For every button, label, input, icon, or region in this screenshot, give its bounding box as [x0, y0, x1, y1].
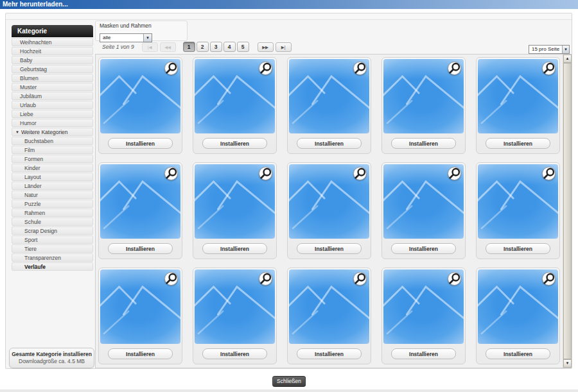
preview-zoom-button[interactable]: [353, 62, 367, 75]
install-button[interactable]: Installieren: [391, 138, 456, 149]
preview-zoom-button[interactable]: [448, 62, 461, 75]
sidebar-item[interactable]: ▼ Tiere: [12, 244, 93, 253]
install-button[interactable]: Installieren: [486, 243, 550, 254]
magnifier-icon: [165, 167, 177, 180]
install-button[interactable]: Installieren: [108, 243, 173, 254]
scrollbar-thumb[interactable]: [563, 63, 572, 359]
window-title: Mehr herunterladen...: [3, 1, 68, 8]
sidebar-item[interactable]: ▼ Schule: [12, 217, 93, 226]
install-button[interactable]: Installieren: [391, 348, 456, 359]
next-page-button[interactable]: ▶▶: [258, 42, 274, 52]
magnifier-icon: [165, 62, 177, 74]
filter-box: Masken und Rahmen alle ▼: [95, 21, 188, 41]
last-page-button[interactable]: ▶|: [276, 42, 292, 52]
sidebar-item-label: Kinder: [24, 165, 40, 171]
sidebar-item[interactable]: ▼ Kinder: [12, 164, 93, 172]
magnifier-icon: [354, 62, 366, 74]
install-button[interactable]: Installieren: [391, 243, 456, 254]
sidebar-item[interactable]: ▼ Verläufe: [12, 262, 93, 271]
preview-zoom-button[interactable]: [164, 272, 178, 285]
vertical-scrollbar[interactable]: ▲ ▼: [563, 55, 571, 368]
sidebar-item[interactable]: ▼ Formen: [12, 155, 93, 163]
install-button[interactable]: Installieren: [297, 138, 362, 149]
sidebar-item[interactable]: ▼ Natur: [12, 191, 93, 199]
preview-zoom-button[interactable]: [542, 62, 556, 75]
scroll-up-button[interactable]: ▲: [563, 55, 572, 63]
thumbnail-image: [478, 269, 558, 344]
chevron-down-icon[interactable]: ▼: [562, 46, 569, 53]
sidebar-item[interactable]: ▼ Hochzeit: [12, 47, 93, 55]
thumbnail-image: [383, 269, 464, 344]
scroll-down-button[interactable]: ▼: [563, 359, 572, 368]
thumbnail-image: [100, 59, 180, 133]
install-button[interactable]: Installieren: [202, 243, 267, 254]
install-category-button[interactable]: Gesamte Kategorie installieren Downloadg…: [9, 348, 94, 368]
install-button[interactable]: Installieren: [202, 348, 267, 359]
sidebar-item[interactable]: ▼ Scrap Design: [12, 226, 93, 235]
sidebar-item[interactable]: ▼ Liebe: [12, 110, 93, 118]
page-number-button[interactable]: 3: [210, 42, 222, 52]
sidebar-item[interactable]: ▼ Humor: [12, 119, 93, 127]
preview-zoom-button[interactable]: [164, 62, 178, 75]
sidebar-item[interactable]: ▼ Jubiläum: [12, 92, 93, 100]
page-number-button[interactable]: 2: [197, 42, 209, 52]
sidebar-item[interactable]: ▼ Film: [12, 146, 93, 154]
sidebar-item[interactable]: ▼ Geburtstag: [12, 65, 93, 73]
preview-zoom-button[interactable]: [353, 272, 367, 285]
sidebar-item-label: Humor: [20, 120, 37, 126]
content-card: Installieren: [381, 268, 466, 364]
page-number-button[interactable]: 1: [183, 42, 195, 52]
content-card: Installieren: [287, 57, 371, 154]
sidebar-item-label: Hochzeit: [20, 48, 41, 55]
install-button[interactable]: Installieren: [108, 138, 173, 149]
sidebar-item[interactable]: ▼ Sport: [12, 235, 93, 244]
sidebar-list: ▼ Weihnachten ▼ Hochzeit ▼ Baby ▼ Geburt…: [12, 38, 93, 271]
content-card: Installieren: [193, 162, 277, 259]
sidebar-item[interactable]: ▼ Weitere Kategorien: [12, 128, 93, 136]
panel-top-strip: [6, 13, 572, 20]
first-page-button[interactable]: |◀: [142, 42, 158, 52]
page-size-select[interactable]: 15 pro Seite ▼: [529, 45, 570, 54]
sidebar-item[interactable]: ▼ Transparenzen: [12, 253, 93, 262]
magnifier-icon: [165, 273, 177, 285]
preview-zoom-button[interactable]: [542, 272, 556, 285]
sidebar-item[interactable]: ▼ Puzzle: [12, 200, 93, 208]
install-button[interactable]: Installieren: [297, 243, 362, 254]
magnifier-icon: [448, 62, 460, 74]
sidebar-item[interactable]: ▼ Baby: [12, 56, 93, 64]
content-card: Installieren: [476, 162, 560, 259]
sidebar-item[interactable]: ▼ Länder: [12, 182, 93, 190]
install-button[interactable]: Installieren: [486, 348, 550, 359]
preview-zoom-button[interactable]: [259, 167, 272, 180]
pagination-bar: Seite 1 von 9 |◀ ◀◀ 12345 ▶▶ ▶|: [102, 40, 292, 53]
previous-page-button[interactable]: ◀◀: [160, 42, 176, 52]
close-button[interactable]: Schließen: [272, 376, 306, 387]
preview-zoom-button[interactable]: [448, 272, 461, 285]
install-button[interactable]: Installieren: [297, 348, 362, 359]
preview-zoom-button[interactable]: [448, 167, 461, 180]
install-category-label: Gesamte Kategorie installieren: [10, 351, 94, 357]
sidebar-item[interactable]: ▼ Rahmen: [12, 209, 93, 217]
install-button[interactable]: Installieren: [202, 138, 267, 149]
preview-zoom-button[interactable]: [353, 167, 367, 180]
page-size-box: 15 pro Seite ▼: [529, 42, 570, 54]
page-size-value: 15 pro Seite: [529, 46, 562, 53]
preview-zoom-button[interactable]: [164, 167, 178, 180]
thumbnail-image: [383, 59, 464, 133]
content-card: Installieren: [98, 57, 182, 154]
page-number-button[interactable]: 5: [237, 42, 249, 52]
sidebar-item[interactable]: ▼ Urlaub: [12, 101, 93, 109]
install-button[interactable]: Installieren: [486, 138, 550, 149]
sidebar-item[interactable]: ▼ Blumen: [12, 74, 93, 82]
content-card: Installieren: [476, 57, 560, 154]
sidebar-item[interactable]: ▼ Buchstaben: [12, 137, 93, 145]
preview-zoom-button[interactable]: [259, 272, 272, 285]
page-number-button[interactable]: 4: [223, 42, 236, 52]
preview-zoom-button[interactable]: [259, 62, 272, 75]
sidebar-item[interactable]: ▼ Muster: [12, 83, 93, 91]
install-button[interactable]: Installieren: [108, 348, 173, 359]
content-card: Installieren: [98, 268, 182, 364]
sidebar-item[interactable]: ▼ Weihnachten: [12, 38, 93, 46]
preview-zoom-button[interactable]: [542, 167, 556, 180]
sidebar-item[interactable]: ▼ Layout: [12, 173, 93, 181]
